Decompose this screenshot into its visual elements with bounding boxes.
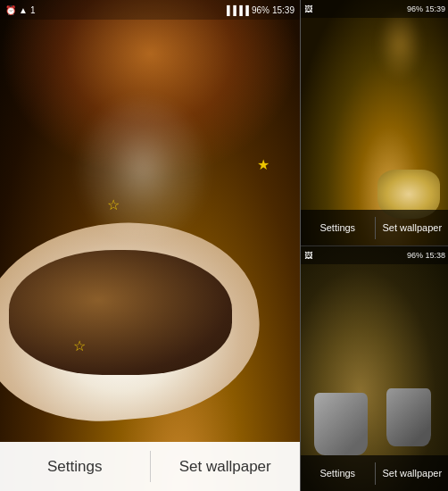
star-2: ★ bbox=[257, 156, 270, 173]
sim-icon: 1 bbox=[30, 5, 36, 15]
coffee-inner bbox=[9, 250, 232, 375]
alarm-icon: ⏰ bbox=[5, 5, 16, 15]
right-top-battery: 96% bbox=[407, 4, 423, 13]
status-right-icons: ▐▐▐▐ 96% 15:39 bbox=[224, 5, 295, 15]
star-1: ☆ bbox=[107, 196, 120, 213]
settings-button[interactable]: Settings bbox=[0, 442, 150, 491]
app-container: ☆ ★ ☆ ⏰ ▲ 1 ▐▐▐▐ 96% 15:39 Settings bbox=[0, 0, 448, 491]
right-bottom-icons: 🖼 bbox=[304, 251, 312, 260]
right-top-panel: 🖼 96% 15:39 Settings Set wallpaper bbox=[301, 0, 448, 246]
battery-label: 96% bbox=[252, 5, 270, 15]
right-bottom-battery: 96% bbox=[407, 251, 423, 260]
right-bottom-cup2 bbox=[386, 388, 431, 446]
set-wallpaper-button[interactable]: Set wallpaper bbox=[151, 442, 301, 491]
right-panel: 🖼 96% 15:39 Settings Set wallpaper 🖼 96% bbox=[300, 0, 448, 491]
time-label: 15:39 bbox=[272, 5, 295, 15]
right-bottom-status-bar: 🖼 96% 15:38 bbox=[301, 246, 448, 264]
star-3: ☆ bbox=[73, 337, 86, 354]
right-bottom-time: 15:38 bbox=[425, 251, 445, 260]
left-background: ☆ ★ ☆ ⏰ ▲ 1 ▐▐▐▐ 96% 15:39 Settings bbox=[0, 0, 300, 491]
right-top-status-bar: 🖼 96% 15:39 bbox=[301, 0, 448, 18]
right-bottom-right-icons: 96% 15:38 bbox=[407, 251, 445, 260]
status-bar: ⏰ ▲ 1 ▐▐▐▐ 96% 15:39 bbox=[0, 0, 300, 20]
right-top-icons: 🖼 bbox=[304, 4, 312, 13]
wifi-icon: ▲ bbox=[19, 5, 28, 15]
steam-effect bbox=[80, 98, 205, 241]
signal-icon: ▐▐▐▐ bbox=[224, 5, 249, 15]
right-bottom-cup1 bbox=[314, 393, 368, 455]
left-panel: ☆ ★ ☆ ⏰ ▲ 1 ▐▐▐▐ 96% 15:39 Settings bbox=[0, 0, 300, 491]
right-bottom-panel: 🖼 96% 15:38 Settings Set wallpaper bbox=[301, 246, 448, 491]
right-top-bottom-bar: Settings Set wallpaper bbox=[301, 210, 448, 246]
right-bottom-settings-button[interactable]: Settings bbox=[301, 455, 375, 491]
right-top-steam bbox=[377, 9, 422, 80]
bottom-bar: Settings Set wallpaper bbox=[0, 442, 300, 491]
right-bottom-bottom-bar: Settings Set wallpaper bbox=[301, 455, 448, 491]
right-bottom-wallpaper-button[interactable]: Set wallpaper bbox=[376, 455, 449, 491]
status-left-icons: ⏰ ▲ 1 bbox=[5, 5, 35, 15]
right-top-time: 15:39 bbox=[425, 4, 445, 13]
right-top-wallpaper-button[interactable]: Set wallpaper bbox=[376, 210, 449, 246]
right-top-settings-button[interactable]: Settings bbox=[301, 210, 375, 246]
right-top-right-icons: 96% 15:39 bbox=[407, 4, 445, 13]
